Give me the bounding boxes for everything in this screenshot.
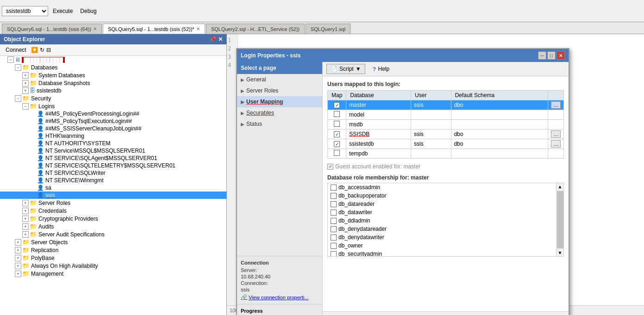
tree-item-server-audit-specs[interactable]: + 📁 Server Audit Specifications <box>0 230 226 238</box>
tree-item-ssis[interactable]: 👤 ssis <box>0 191 226 199</box>
view-connection-label[interactable]: View connection properti... <box>249 295 308 300</box>
tree-item-sa[interactable]: 👤 sa <box>0 184 226 191</box>
ellipsis-cell[interactable]: … <box>548 100 564 110</box>
role-checkbox[interactable] <box>331 185 337 191</box>
map-checkbox[interactable] <box>334 131 340 137</box>
tree-item-server-objects[interactable]: + 📁 Server Objects <box>0 238 226 246</box>
role-checkbox[interactable] <box>331 201 337 207</box>
tab-sqlquery1[interactable]: SQLQuery1.sql <box>306 24 350 34</box>
tree-item-management[interactable]: + 📁 Management <box>0 270 226 278</box>
expand-replication-icon[interactable]: + <box>15 247 21 253</box>
scroll-thumb[interactable] <box>557 191 563 248</box>
map-check-cell[interactable] <box>328 100 346 110</box>
tree-item-crypto[interactable]: + 📁 Cryptographic Providers <box>0 215 226 222</box>
tree-item-login9[interactable]: 👤 NT SERVICE\SQLWriter <box>0 169 226 177</box>
role-item-denydatawriter[interactable]: db_denydatawriter <box>328 233 556 241</box>
tab-sqlquery6[interactable]: SQLQuery6.sql - 1...testdb (ssis (64)) ✕ <box>2 24 102 34</box>
role-scrollbar[interactable]: ▲ ▼ <box>556 183 563 256</box>
role-item-datareader[interactable]: db_datareader <box>328 200 556 208</box>
tree-item-security[interactable]: − 📁 Security <box>0 94 226 102</box>
role-item-ddladmin[interactable]: db_ddladmin <box>328 216 556 225</box>
expand-system-dbs-icon[interactable]: + <box>22 72 29 79</box>
map-check-cell[interactable] <box>328 130 346 139</box>
table-row[interactable]: tempdb <box>328 149 564 159</box>
dialog-minimize-button[interactable]: ─ <box>538 51 546 60</box>
tree-item-login7[interactable]: 👤 NT SERVICE\SQLAgent$MSSQLSERVER01 <box>0 154 226 162</box>
help-button[interactable]: ? Help <box>369 64 394 74</box>
tree-item-logins[interactable]: − 📁 Logins <box>0 102 226 110</box>
dialog-close-button[interactable]: ✕ <box>556 51 565 60</box>
map-checkbox[interactable] <box>334 121 340 127</box>
expand-audits-icon[interactable]: + <box>22 223 29 230</box>
tree-item-login4[interactable]: 👤 HTHK\wanming <box>0 132 226 140</box>
expand-polybase-icon[interactable]: + <box>15 255 21 261</box>
role-checkbox[interactable] <box>331 218 337 224</box>
sidebar-item-status[interactable]: ▶ Status <box>237 118 322 130</box>
sidebar-item-user-mapping[interactable]: ▶ User Mapping <box>237 96 322 107</box>
tree-item-login1[interactable]: 👤 ##MS_PolicyEventProcessingLogin## <box>0 110 226 117</box>
script-button[interactable]: 📄 Script ▼ <box>326 64 365 74</box>
dialog-maximize-button[interactable]: □ <box>547 51 556 60</box>
tree-item-login2[interactable]: 👤 ##MS_PolicyTsqlExecutionLogin## <box>0 117 226 125</box>
expand-security-icon[interactable]: − <box>15 95 21 102</box>
expand-management-icon[interactable]: + <box>15 271 21 277</box>
table-row[interactable]: model <box>328 110 564 120</box>
tree-item-login6[interactable]: 👤 NT Service\MSSQL$MSSQLSERVER01 <box>0 147 226 154</box>
oe-pin-icon[interactable]: 📌 <box>209 36 216 43</box>
role-item-backupoperator[interactable]: db_backupoperator <box>328 191 556 200</box>
role-checkbox[interactable] <box>331 235 337 241</box>
tree-item-polybase[interactable]: + 📁 PolyBase <box>0 254 226 262</box>
table-row[interactable]: SSISDB ssis dbo … <box>328 130 564 139</box>
role-item-denydatareader[interactable]: db_denydatareader <box>328 225 556 233</box>
expand-always-on-icon[interactable]: + <box>15 263 21 269</box>
role-item-owner[interactable]: db_owner <box>328 241 556 250</box>
tree-item-always-on[interactable]: + 📁 Always On High Availability <box>0 262 226 270</box>
expand-crypto-icon[interactable]: + <box>22 216 29 222</box>
guest-checkbox[interactable] <box>327 164 333 170</box>
tree-item-audits[interactable]: + 📁 Audits <box>0 222 226 230</box>
map-checkbox[interactable] <box>334 150 340 156</box>
map-check-cell[interactable] <box>328 139 346 149</box>
expand-credentials-icon[interactable]: + <box>22 208 29 214</box>
ellipsis-button[interactable]: … <box>551 140 561 148</box>
tree-item-replication[interactable]: + 📁 Replication <box>0 246 226 254</box>
tree-item-ssistestdb[interactable]: + 🗄 ssistestdb <box>0 87 226 94</box>
ellipsis-cell[interactable]: … <box>548 130 564 139</box>
sidebar-item-general[interactable]: ▶ General <box>237 74 322 85</box>
expand-server-roles-icon[interactable]: + <box>22 200 29 206</box>
tree-item-db-snapshots[interactable]: + 📁 Database Snapshots <box>0 79 226 87</box>
debug-button[interactable]: Debug <box>77 7 99 15</box>
tree-item-login8[interactable]: 👤 NT SERVICE\SQLTELEMETRY$MSSQLSERVER01 <box>0 162 226 169</box>
tree-item-login5[interactable]: 👤 NT AUTHORITY\SYSTEM <box>0 140 226 147</box>
scroll-up-icon[interactable]: ▲ <box>557 183 563 190</box>
table-row[interactable]: ssistestdb ssis dbo … <box>328 139 564 149</box>
tab-sqlquery5[interactable]: SQLQuery5.sql - 1...testdb (ssis (52))* … <box>103 24 205 34</box>
tree-item-login3[interactable]: 👤 ##MS_SSISServerCleanupJobLogin## <box>0 125 226 132</box>
tree-item-login10[interactable]: 👤 NT SERVICE\Winmgmt <box>0 177 226 184</box>
tab-close-icon[interactable]: ✕ <box>196 26 200 31</box>
tree-item-credentials[interactable]: + 📁 Credentials <box>0 207 226 215</box>
role-item-accessadmin[interactable]: db_accessadmin <box>328 183 556 191</box>
map-check-cell[interactable] <box>328 120 346 130</box>
tab-close-icon[interactable]: ✕ <box>93 26 97 31</box>
oe-toolbar-collapse-icon[interactable]: ⊟ <box>46 47 51 53</box>
execute-button[interactable]: Execute <box>50 7 75 15</box>
role-checkbox[interactable] <box>331 251 337 257</box>
oe-close-icon[interactable]: ✕ <box>218 36 223 43</box>
sidebar-item-securables[interactable]: ▶ Securables <box>237 107 322 118</box>
map-check-cell[interactable] <box>328 110 346 120</box>
role-checkbox[interactable] <box>331 210 337 216</box>
role-checkbox[interactable] <box>331 193 337 199</box>
oe-toolbar-filter-icon[interactable]: 🔽 <box>31 47 38 53</box>
expand-snapshots-icon[interactable]: + <box>22 80 29 86</box>
scroll-down-icon[interactable]: ▼ <box>557 249 563 256</box>
role-item-securityadmin[interactable]: db_securityadmin <box>328 250 556 256</box>
oe-toolbar-refresh-icon[interactable]: ↻ <box>40 47 44 53</box>
expand-databases-icon[interactable]: − <box>15 64 21 71</box>
role-checkbox[interactable] <box>331 226 337 232</box>
expand-ssistestdb-icon[interactable]: + <box>22 87 29 94</box>
expand-audit-specs-icon[interactable]: + <box>22 231 29 238</box>
tab-sqlquery2[interactable]: SQLQuery2.sql - H...ETL_Service (52)) <box>206 24 305 34</box>
map-checkbox[interactable] <box>334 141 340 147</box>
map-checkbox[interactable] <box>334 102 340 108</box>
